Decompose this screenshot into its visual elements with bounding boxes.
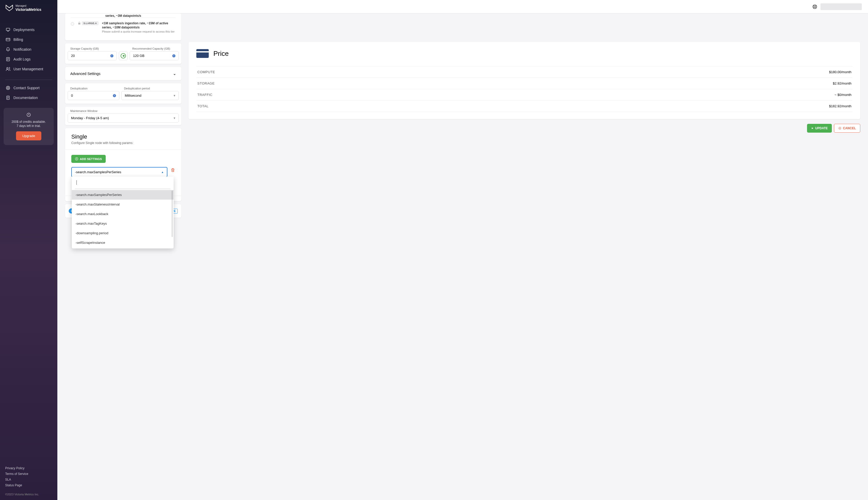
footer-links: Privacy Policy Terms of Service SLA Stat…: [0, 465, 57, 491]
price-label: STORAGE: [197, 81, 215, 85]
dropdown-option[interactable]: -downsampling.period: [72, 228, 174, 238]
play-icon: [811, 127, 814, 129]
scrollbar[interactable]: [172, 191, 173, 237]
sidebar-item-audit-logs[interactable]: Audit Logs: [0, 54, 57, 64]
sidebar-item-deployments[interactable]: Deployments: [0, 25, 57, 35]
rec-storage-value: 120 GB: [133, 54, 144, 58]
dropdown-option[interactable]: -search.maxSamplesPerSeries: [72, 190, 174, 200]
clock-icon: [7, 112, 50, 118]
single-title: Single: [71, 133, 175, 140]
price-label: TRAFFIC: [197, 93, 212, 97]
sidebar-item-label: Audit Logs: [13, 57, 31, 61]
vm-logo-icon: [5, 4, 13, 12]
dedup-period-value: Millisecond: [125, 94, 141, 98]
card-icon: [6, 37, 10, 42]
trial-days: 7 days left in trial.: [7, 124, 50, 128]
info-icon[interactable]: i: [113, 94, 116, 97]
dropdown-option[interactable]: -search.maxStalenessInterval: [72, 200, 174, 209]
dropdown-option[interactable]: -selfScrapeInstance: [72, 238, 174, 247]
param-select-value: -search.maxSamplesPerSeries: [75, 170, 121, 174]
maint-label: Maintenance Window: [68, 109, 179, 112]
users-icon: [6, 67, 10, 71]
sidebar-item-label: User Management: [13, 67, 43, 71]
price-label: TOTAL: [197, 104, 209, 108]
maintenance-card: Maintenance Window Monday - Friday (4-5 …: [65, 107, 181, 125]
svg-point-5: [7, 87, 9, 89]
add-settings-button[interactable]: ADD SETTINGS: [71, 155, 106, 163]
nav-divider: [5, 80, 52, 80]
log-icon: [6, 57, 10, 61]
storage-value[interactable]: 20: [71, 54, 75, 58]
sidebar-item-documentation[interactable]: Documentation: [0, 93, 57, 103]
text-cursor: [77, 180, 77, 185]
upgrade-button[interactable]: Upgrade: [16, 131, 41, 140]
topbar: [57, 0, 868, 13]
svg-rect-0: [6, 28, 10, 31]
dropdown-option[interactable]: -search.maxLookback: [72, 209, 174, 219]
sidebar-item-label: Billing: [13, 37, 23, 42]
trash-icon[interactable]: [171, 168, 175, 172]
chevron-down-icon: ▾: [174, 116, 175, 120]
info-icon[interactable]: i: [110, 54, 114, 57]
advanced-settings-toggle[interactable]: Advanced Settings ⌄: [65, 67, 181, 80]
footer-link-terms[interactable]: Terms of Service: [5, 471, 52, 477]
brand-bottom: VictoriaMetrics: [15, 8, 41, 12]
dedup-label: Deduplication: [68, 87, 119, 90]
footer-link-status[interactable]: Status Page: [5, 482, 52, 488]
tier-sub: Please submit a quota increase request t…: [102, 30, 176, 33]
credit-card-icon: [196, 49, 209, 58]
dedup-card: Deduplication 0 i Deduplication period M…: [65, 83, 181, 104]
plus-circle-icon: [75, 157, 78, 161]
sidebar-item-notification[interactable]: Notification: [0, 44, 57, 54]
advanced-settings-label: Advanced Settings: [70, 72, 101, 76]
maint-value: Monday - Friday (4-5 am): [71, 116, 109, 120]
add-settings-label: ADD SETTINGS: [80, 157, 102, 161]
sidebar-item-user-management[interactable]: User Management: [0, 64, 57, 74]
sidebar-item-label: Notification: [13, 47, 31, 52]
caret-up-icon: ▲: [161, 171, 164, 173]
maint-select[interactable]: Monday - Friday (4-5 am) ▾: [68, 113, 179, 123]
bell-icon: [6, 47, 10, 52]
tier-desc: <1M samples/s ingestion rate, ~15M of ac…: [102, 21, 176, 30]
trial-credits: 200$ of credits available.: [7, 120, 50, 124]
price-label: COMPUTE: [197, 70, 215, 74]
chevron-down-icon: ▾: [174, 94, 175, 98]
sync-button[interactable]: [119, 52, 128, 60]
user-menu-redacted[interactable]: [820, 3, 862, 10]
dropdown-option[interactable]: -search.maxTagKeys: [72, 219, 174, 228]
sidebar-item-billing[interactable]: Billing: [0, 35, 57, 44]
price-value: $180.00/month: [829, 70, 852, 74]
tier-badge: S.LARGE.A: [82, 21, 98, 25]
update-label: UPDATE: [815, 126, 828, 130]
dedup-period-select[interactable]: Millisecond ▾: [121, 91, 179, 100]
brand-top: Managed: [15, 4, 41, 8]
param-select[interactable]: -search.maxSamplesPerSeries ▲: [71, 167, 167, 177]
param-search-input[interactable]: [75, 180, 171, 189]
doc-icon: [6, 95, 10, 100]
sidebar-item-label: Contact Support: [13, 86, 39, 90]
svg-point-3: [7, 67, 8, 69]
help-icon[interactable]: [812, 4, 817, 9]
sidebar-item-contact-support[interactable]: Contact Support: [0, 83, 57, 93]
price-value: ~ $0/month: [835, 93, 852, 97]
tier-radio-slarge: [71, 22, 74, 26]
sidebar-item-label: Documentation: [13, 96, 38, 100]
footer-link-sla[interactable]: SLA: [5, 477, 52, 482]
footer-link-privacy[interactable]: Privacy Policy: [5, 465, 52, 471]
storage-label: Storage Capacity (GB): [68, 47, 117, 50]
dedup-value[interactable]: 0: [71, 94, 73, 98]
update-button[interactable]: UPDATE: [807, 124, 832, 133]
rec-storage-label: Recommended Capacity (GB): [130, 47, 179, 50]
sidebar-item-label: Deployments: [13, 28, 35, 32]
brand-logo[interactable]: Managed VictoriaMetrics: [0, 4, 57, 20]
cancel-button[interactable]: CANCEL: [834, 124, 860, 133]
sidebar: Managed VictoriaMetrics Deployments Bill…: [0, 0, 57, 500]
info-icon[interactable]: i: [172, 54, 175, 57]
monitor-icon: [6, 27, 10, 32]
lock-icon: [78, 22, 81, 25]
chevron-down-icon: ⌄: [173, 71, 176, 76]
price-card: Price COMPUTE $180.00/month STORAGE $2.9…: [189, 42, 860, 119]
arrow-left-circle-icon: [120, 53, 126, 59]
cancel-icon: [838, 127, 841, 130]
trial-box: 200$ of credits available. 7 days left i…: [4, 108, 54, 145]
